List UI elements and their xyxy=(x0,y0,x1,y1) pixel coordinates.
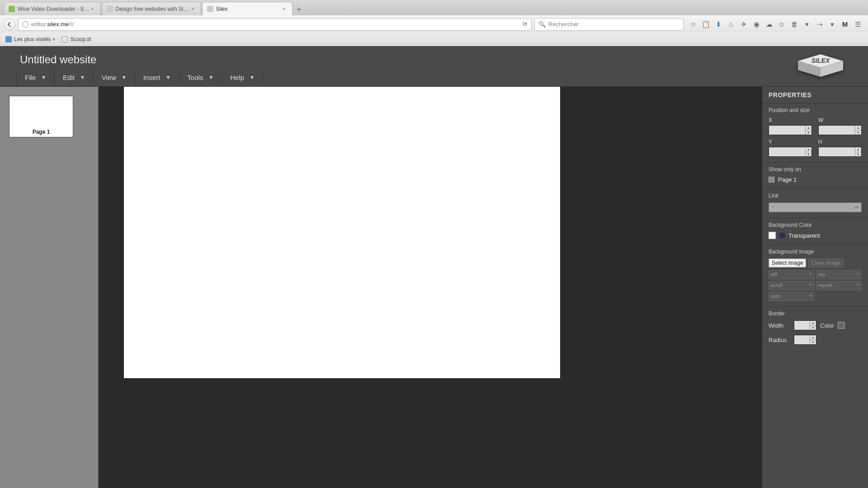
chat-icon[interactable]: ☁ xyxy=(765,20,773,28)
input-w[interactable]: ▲▼ xyxy=(818,125,862,135)
tab-strip: Wise Video Downloader - S… × Design free… xyxy=(0,0,868,15)
back-button[interactable] xyxy=(4,19,15,30)
checkbox-page1[interactable] xyxy=(769,177,774,183)
downloads-icon[interactable]: ⬇ xyxy=(714,20,722,28)
search-bar[interactable]: 🔍 Rechercher xyxy=(534,18,684,31)
new-tab-button[interactable]: + xyxy=(293,4,305,15)
clipboard-icon[interactable]: 📋 xyxy=(702,20,710,28)
menu-tools[interactable]: Tools▼ xyxy=(179,68,222,86)
bg-color-swatch[interactable] xyxy=(769,232,776,239)
menu-view[interactable]: View▼ xyxy=(94,68,135,86)
select-arrows-icon: ▴▾ xyxy=(855,203,859,212)
page-label: Page 1 xyxy=(9,129,73,135)
favicon-icon xyxy=(107,6,113,12)
section-bg-color: Background Color Transparent xyxy=(762,218,868,245)
bg-pos-x-select[interactable]: left▼ xyxy=(769,270,814,279)
svg-text:SILEX: SILEX xyxy=(811,57,830,64)
checkbox-label: Page 1 xyxy=(778,176,797,183)
checkbox-transparent[interactable] xyxy=(779,233,785,238)
send-icon[interactable]: ✈ xyxy=(740,20,748,28)
color-label: Color xyxy=(820,322,834,329)
input-h[interactable]: ▲▼ xyxy=(818,147,862,157)
silex-app: Untitled website File▼ Edit▼ View▼ Inser… xyxy=(0,46,868,488)
chevron-down-icon: ▼ xyxy=(80,75,85,80)
logo-icon: SILEX xyxy=(793,52,848,79)
section-title: Background Color xyxy=(769,222,862,228)
menu-label: Insert xyxy=(143,74,160,81)
tab-silex-site[interactable]: Design free websites with Silex × xyxy=(102,2,201,15)
width-label: Width xyxy=(769,322,790,329)
chevron-down-icon: ▼ xyxy=(122,75,127,80)
menu-label: File xyxy=(25,74,36,81)
dropdown-icon[interactable]: ▾ xyxy=(803,20,811,28)
border-color-swatch[interactable] xyxy=(838,322,845,329)
menu-help[interactable]: Help▼ xyxy=(222,68,263,86)
chevron-down-icon: ▼ xyxy=(41,75,46,80)
tab-title: Design free websites with Silex xyxy=(116,6,190,12)
page-icon xyxy=(61,36,68,42)
face-icon[interactable]: ☺ xyxy=(778,20,786,28)
menu-insert[interactable]: Insert▼ xyxy=(135,68,179,86)
menu-label: Edit xyxy=(63,74,75,81)
close-icon[interactable]: × xyxy=(90,6,96,12)
border-radius-input[interactable]: ▲▼ xyxy=(794,335,816,345)
section-position-size: Position and size X ▲▼ W ▲▼ Y ▲▼ xyxy=(762,103,868,163)
app-header: Untitled website File▼ Edit▼ View▼ Inser… xyxy=(0,46,868,87)
dropdown2-icon[interactable]: ▾ xyxy=(828,20,836,28)
input-x[interactable]: ▲▼ xyxy=(769,125,812,135)
bg-pos-y-select[interactable]: top▼ xyxy=(816,270,862,279)
tab-wise-video[interactable]: Wise Video Downloader - S… × xyxy=(4,2,101,15)
close-icon[interactable]: × xyxy=(190,6,196,12)
reload-icon[interactable]: ⟳ xyxy=(523,21,528,28)
input-y[interactable]: ▲▼ xyxy=(769,147,812,157)
url-domain: silex.me xyxy=(47,21,69,28)
bg-attach-select[interactable]: scroll▼ xyxy=(769,281,814,290)
close-icon[interactable]: × xyxy=(281,6,288,12)
url-prefix: editor. xyxy=(31,21,47,28)
menu-edit[interactable]: Edit▼ xyxy=(55,68,94,86)
menu-file[interactable]: File▼ xyxy=(16,68,55,86)
tab-silex-editor[interactable]: Silex × xyxy=(202,2,292,15)
home-icon[interactable]: ⌂ xyxy=(727,20,735,28)
globe2-icon[interactable]: ◉ xyxy=(752,20,760,28)
page-thumbnail[interactable]: Page 1 xyxy=(9,96,73,137)
chevron-down-icon: ▼ xyxy=(250,75,255,80)
radius-label: Radius xyxy=(769,337,790,343)
menu-label: View xyxy=(102,74,116,81)
section-title: Position and size xyxy=(769,107,862,113)
canvas[interactable] xyxy=(124,87,560,378)
properties-panel: PROPERTIES Position and size X ▲▼ W ▲▼ Y… xyxy=(762,87,868,488)
bookmarks-bar: Les plus visités ▾ Scoop.it! xyxy=(0,33,868,46)
menu-label: Help xyxy=(230,74,244,81)
website-title: Untitled website xyxy=(20,53,96,66)
medium-icon[interactable]: M xyxy=(841,20,849,28)
app-body: Page 1 PROPERTIES Position and size X ▲▼… xyxy=(0,87,868,488)
folder-icon xyxy=(5,36,12,42)
bg-size-select[interactable]: auto▼ xyxy=(769,292,814,301)
border-width-input[interactable]: ▲▼ xyxy=(794,320,816,330)
section-title: Border xyxy=(769,310,862,317)
select-image-button[interactable]: Select image xyxy=(769,258,806,267)
section-title: Show only on xyxy=(769,166,862,173)
globe-icon xyxy=(22,21,28,28)
bookmark-scoopit[interactable]: Scoop.it! xyxy=(61,36,91,42)
bg-repeat-select[interactable]: repeat▼ xyxy=(816,281,862,290)
trash-icon[interactable]: 🗑 xyxy=(790,20,798,28)
link-select[interactable]: - ▴▾ xyxy=(769,202,862,212)
menu-label: Tools xyxy=(187,74,203,81)
label-h: H xyxy=(818,139,862,145)
clear-image-button[interactable]: Clear image xyxy=(808,258,844,267)
back-arrow-icon xyxy=(7,22,12,27)
toolbar-icons: ☆ 📋 ⬇ ⌂ ✈ ◉ ☁ ☺ 🗑 ▾ ⇢ ▾ M ☰ xyxy=(686,20,864,28)
bookmark-most-visited[interactable]: Les plus visités ▾ xyxy=(5,36,55,42)
hamburger-icon[interactable]: ☰ xyxy=(854,20,862,28)
section-title: Link xyxy=(769,192,862,199)
bookmark-label: Scoop.it! xyxy=(70,36,91,42)
section-show-only-on: Show only on Page 1 xyxy=(762,163,868,189)
label-y: Y xyxy=(769,139,812,145)
link-icon[interactable]: ⇢ xyxy=(816,20,824,28)
url-bar[interactable]: editor. silex.me /# ⟳ xyxy=(18,18,532,31)
bookmark-star-icon[interactable]: ☆ xyxy=(689,20,697,28)
chevron-down-icon: ▼ xyxy=(208,75,213,80)
chevron-down-icon: ▾ xyxy=(53,37,55,42)
